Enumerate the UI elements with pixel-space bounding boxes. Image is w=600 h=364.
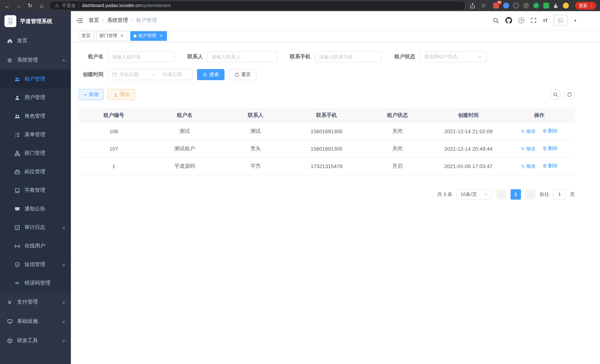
share-icon[interactable] [470,3,475,8]
tenant-name-input[interactable] [112,54,171,60]
pagination: 共 3 条 10条/页 ‹ 1 › 前往 页 [78,189,575,199]
edit-link[interactable]: ✎修改 [521,128,536,135]
extension-icon[interactable] [513,3,519,9]
cell-status: 关闭 [362,140,433,157]
screen: ← → ↻ ⌂ ⚠ 不安全 dashboard.yudao.iocoder.cn… [0,0,600,364]
search-icon [553,92,558,97]
edit-pencil-icon: ✎ [521,164,525,169]
sidebar-collapse-button[interactable] [76,17,83,24]
breadcrumb-current: 租户管理 [136,17,157,24]
security-warning-icon: ⚠ [55,3,59,8]
browser-forward-button[interactable]: → [15,2,22,9]
browser-reload-button[interactable]: ↻ [27,2,33,9]
sidebar-item-post[interactable]: 岗位管理 [0,162,71,181]
status-label: 租户状态 [394,53,415,60]
sidebar-item-home[interactable]: 首页 [0,31,71,50]
tab-home[interactable]: 首页 [78,31,94,41]
sidebar-group-system[interactable]: ⚙ 系统管理 ∧ [0,50,71,70]
comment-icon [14,206,20,212]
toggle-search-button[interactable] [550,89,561,100]
sidebar-item-dept[interactable]: 部门管理 [0,144,71,162]
add-button[interactable]: + 新增 [78,89,104,100]
search-icon[interactable] [493,17,499,24]
delete-link[interactable]: 删除 [543,128,558,134]
delete-link[interactable]: 删除 [543,162,558,169]
goto-page-input[interactable] [553,189,566,199]
chevron-down-icon: ∨ [62,319,66,323]
fullscreen-icon[interactable] [531,18,536,23]
reset-button[interactable]: 重置 [229,69,256,80]
status-select[interactable]: 请选择租户状态 [420,51,487,62]
search-button[interactable]: 搜索 [197,69,225,80]
close-icon[interactable]: × [120,33,125,38]
browser-home-button[interactable]: ⌂ [38,2,45,9]
sidebar-item-dict[interactable]: 字典管理 [0,181,71,200]
chevron-down-icon: ∨ [62,262,66,267]
bookmark-star-icon[interactable]: ☆ [480,2,487,9]
browser-update-button[interactable]: 更新 ⋮ [575,2,596,9]
font-size-icon[interactable]: тT [543,18,547,23]
table-row: 108 测试 测试 15601691300 关闭 2021-12-14 21:0… [78,122,575,140]
sidebar-item-label: 用户管理 [25,94,45,101]
refresh-table-button[interactable] [564,89,575,100]
contact-input[interactable] [212,54,273,60]
sidebar-item-label: 部门管理 [25,150,45,157]
sidebar-group-sms[interactable]: 短信管理 ∨ [0,255,71,274]
delete-link[interactable]: 删除 [543,145,558,152]
breadcrumb-system[interactable]: 系统管理 [107,17,128,24]
address-bar[interactable]: ⚠ 不安全 dashboard.yudao.iocoder.cn/system/… [50,1,465,10]
next-page-button[interactable]: › [525,189,535,199]
prev-page-button[interactable]: ‹ [496,189,506,199]
filter-create-time: 创建时间 开始日期 - 结束日期 [78,69,193,80]
tab-dept[interactable]: 部门管理 × [96,31,128,41]
cell-tenant-name: 测试 [149,122,220,140]
sidebar-item-menu[interactable]: 菜单管理 [0,125,71,144]
avatar-caret-icon[interactable]: ▾ [574,18,576,23]
add-button-label: 新增 [89,91,98,98]
briefcase-icon [14,169,20,175]
close-icon[interactable]: × [159,33,164,38]
sidebar-item-errcode[interactable]: </> 错误码管理 [0,274,71,292]
menu-list-icon [14,132,20,138]
sidebar-item-tenant[interactable]: 租户管理 [0,70,71,88]
extension-icon[interactable] [503,3,509,9]
sidebar-group-infra[interactable]: 基础设施 ∨ [0,312,71,331]
sidebar-group-dev[interactable]: 研发工具 ∨ [0,331,71,350]
cell-tenant-name: 测试租户 [149,140,220,157]
profile-avatar[interactable] [563,3,569,9]
page-number-1[interactable]: 1 [511,189,521,199]
tenant-table: 租户编号 租户名 联系人 联系手机 租户状态 创建时间 操作 108 测试 [78,108,575,175]
date-start-placeholder: 开始日期 [117,71,152,78]
sidebar-group-audit[interactable]: 审计日志 ∨ [0,218,71,237]
extension-icon[interactable] [543,3,549,9]
export-button[interactable]: 导出 [108,89,135,100]
browser-back-button[interactable]: ← [4,2,10,9]
tab-tenant[interactable]: 租户管理 × [130,31,167,41]
edit-link[interactable]: ✎修改 [521,146,536,152]
edit-link[interactable]: ✎修改 [521,163,536,170]
sidebar-item-role[interactable]: 角色管理 [0,107,71,125]
date-range-picker[interactable]: 开始日期 - 结束日期 [108,69,193,80]
tenant-name-label: 租户名 [78,53,103,60]
sidebar-item-user[interactable]: 用户管理 [0,88,71,107]
sidebar-item-online[interactable]: 在线用户 [0,237,71,255]
extension-icon[interactable]: ✓ [533,3,539,9]
github-icon[interactable] [505,17,512,24]
cell-tenant-id: 1 [78,157,149,175]
page-size-select[interactable]: 10条/页 [456,189,492,199]
breadcrumb-home[interactable]: 首页 [89,17,99,24]
sidebar-group-pay[interactable]: ¥ 支付管理 ∨ [0,292,71,312]
phone-input[interactable] [319,54,378,60]
extension-icon[interactable] [523,3,529,9]
column-header: 创建时间 [433,108,504,122]
sidebar-item-label: 在线用户 [25,243,45,249]
help-icon[interactable]: ? [518,18,524,23]
browser-menu-kebab-icon[interactable]: ⋮ [590,3,594,8]
cell-status: 关闭 [362,122,433,140]
extensions-puzzle-icon[interactable] [553,3,559,8]
user-avatar[interactable] [554,15,568,26]
sidebar-item-notice[interactable]: 通知公告 [0,200,71,218]
column-header: 租户编号 [78,108,149,122]
extension-icon[interactable]: 10 [493,3,499,9]
app-logo[interactable]: 芋道管理系统 [0,11,71,31]
